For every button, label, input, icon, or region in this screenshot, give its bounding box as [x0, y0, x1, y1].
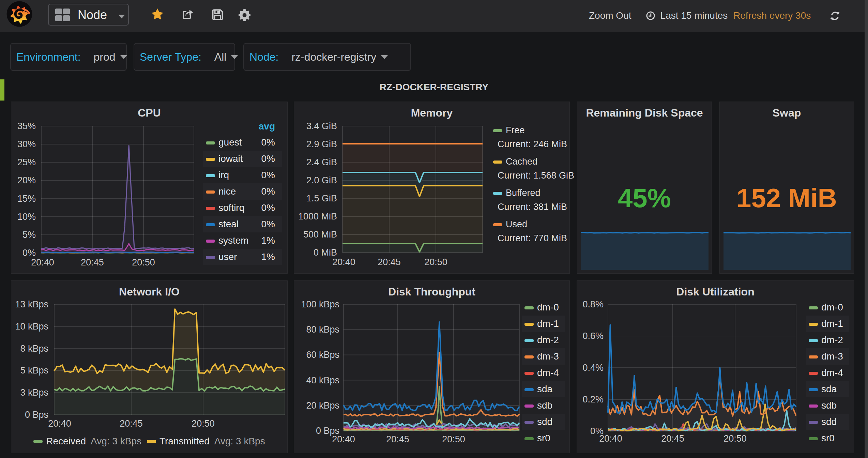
svg-text:20:45: 20:45 [81, 257, 104, 268]
svg-text:2.0 GiB: 2.0 GiB [306, 175, 337, 185]
svg-text:0%: 0% [22, 248, 36, 258]
svg-text:80 kBps: 80 kBps [306, 324, 339, 335]
svg-text:2.9 GiB: 2.9 GiB [306, 139, 337, 149]
svg-text:0.8%: 0.8% [582, 299, 604, 309]
svg-text:20:50: 20:50 [442, 434, 465, 444]
svg-text:10%: 10% [17, 212, 36, 222]
svg-text:20:45: 20:45 [120, 418, 143, 429]
svg-text:8 kBps: 8 kBps [20, 344, 48, 354]
svg-text:25%: 25% [17, 157, 36, 167]
svg-text:3 kBps: 3 kBps [20, 387, 48, 398]
svg-text:20:40: 20:40 [31, 257, 54, 268]
svg-text:40 kBps: 40 kBps [306, 375, 339, 385]
svg-text:15%: 15% [17, 194, 36, 204]
svg-text:20:40: 20:40 [599, 433, 622, 444]
svg-text:5 kBps: 5 kBps [20, 365, 48, 376]
svg-text:20:40: 20:40 [332, 434, 355, 444]
svg-text:20:50: 20:50 [724, 433, 747, 444]
svg-text:3.4 GiB: 3.4 GiB [306, 121, 337, 131]
svg-text:20:40: 20:40 [48, 418, 71, 429]
svg-text:500 MiB: 500 MiB [303, 229, 337, 240]
svg-text:0.6%: 0.6% [582, 331, 604, 341]
svg-text:0 MiB: 0 MiB [314, 247, 337, 258]
svg-text:30%: 30% [17, 139, 36, 149]
svg-text:20:45: 20:45 [378, 257, 401, 267]
svg-text:20:45: 20:45 [386, 434, 409, 444]
svg-text:20 kBps: 20 kBps [306, 400, 339, 411]
svg-text:100 kBps: 100 kBps [301, 299, 339, 309]
svg-text:5%: 5% [22, 230, 36, 240]
svg-text:35%: 35% [17, 121, 36, 131]
svg-text:20:45: 20:45 [661, 433, 684, 444]
svg-text:0.4%: 0.4% [582, 363, 604, 373]
svg-text:20:50: 20:50 [132, 257, 155, 268]
svg-text:13 kBps: 13 kBps [15, 299, 48, 309]
svg-text:1000 MiB: 1000 MiB [298, 211, 337, 222]
svg-text:1.5 GiB: 1.5 GiB [306, 193, 337, 203]
svg-text:60 kBps: 60 kBps [306, 350, 339, 360]
svg-text:0.2%: 0.2% [582, 394, 604, 404]
svg-text:2.4 GiB: 2.4 GiB [306, 157, 337, 167]
svg-text:10 kBps: 10 kBps [15, 321, 48, 332]
svg-text:20:50: 20:50 [424, 257, 447, 267]
svg-text:20:50: 20:50 [192, 418, 215, 429]
svg-text:20:40: 20:40 [332, 257, 355, 267]
svg-text:0 Bps: 0 Bps [25, 410, 48, 420]
svg-text:20%: 20% [17, 175, 36, 185]
